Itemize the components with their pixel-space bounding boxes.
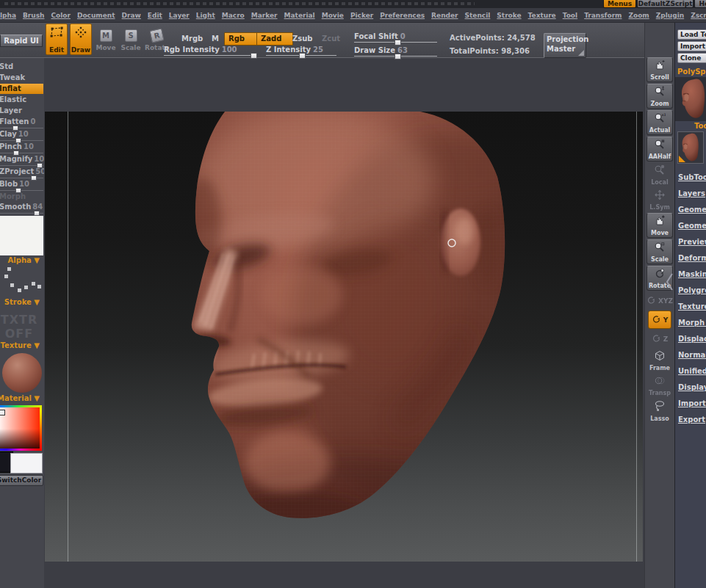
subpalette-masking[interactable]: Masking: [675, 266, 706, 283]
subpalette-unified-skin[interactable]: Unified Skin: [675, 363, 706, 380]
menu-alpha[interactable]: Alpha: [0, 12, 16, 19]
menu-layer[interactable]: Layer: [169, 12, 190, 19]
alpha-preview[interactable]: [0, 216, 43, 255]
mrgb-button[interactable]: Mrgb: [181, 35, 203, 43]
rotate-y-button[interactable]: Y: [648, 311, 671, 329]
scroll-button[interactable]: Scroll: [646, 57, 673, 82]
menu-stroke[interactable]: Stroke: [497, 12, 521, 19]
rgb-intensity-knob[interactable]: [251, 53, 257, 59]
focal-shift-knob[interactable]: [395, 40, 401, 46]
draw-size-slider[interactable]: Draw Size63: [354, 46, 437, 57]
draw-size-knob[interactable]: [395, 54, 401, 59]
blob-knob[interactable]: [15, 188, 21, 193]
move-button[interactable]: M Move: [94, 29, 118, 51]
menu-zscript[interactable]: Zscript: [691, 12, 706, 19]
frame-button[interactable]: Frame: [646, 349, 673, 372]
material-palette-toggle[interactable]: Material ▼: [0, 393, 43, 403]
menu-zplugin[interactable]: Zplugin: [656, 12, 684, 19]
z-intensity-knob[interactable]: [299, 53, 306, 59]
draw-button[interactable]: Draw: [70, 23, 92, 55]
brush-tweak[interactable]: Tweak: [0, 73, 43, 83]
menu-color[interactable]: Color: [51, 12, 71, 19]
stroke-palette-toggle[interactable]: Stroke ▼: [0, 297, 43, 307]
scale-button[interactable]: S Scale: [119, 29, 143, 51]
material-sphere-preview[interactable]: [2, 353, 42, 393]
color-picker-selector[interactable]: [0, 410, 5, 415]
zadd-button[interactable]: Zadd: [256, 32, 293, 46]
subpalette-display-properties[interactable]: Display Properties: [675, 380, 706, 396]
m-button[interactable]: M: [212, 35, 219, 43]
menu-stencil[interactable]: Stencil: [465, 12, 491, 19]
zproject-slider[interactable]: ZProject50: [0, 167, 43, 178]
brush-elastic[interactable]: Elastic: [0, 95, 43, 105]
actual-button[interactable]: x1 Actual: [646, 110, 673, 135]
menu-zoom[interactable]: Zoom: [628, 12, 649, 19]
rapid-ui-button[interactable]: Rapid UI: [0, 35, 43, 47]
smooth-knob[interactable]: [34, 211, 40, 216]
brush-layer[interactable]: Layer: [0, 106, 43, 116]
edit-button[interactable]: Edit: [46, 23, 68, 55]
subpalette-geometry-hd[interactable]: Geometry HD: [675, 218, 706, 234]
alpha-palette-toggle[interactable]: Alpha ▼: [0, 255, 43, 265]
texture-palette-toggle[interactable]: Texture ▼: [0, 341, 43, 350]
menu-movie[interactable]: Movie: [322, 12, 344, 19]
menu-edit[interactable]: Edit: [148, 12, 162, 19]
current-tool-preview[interactable]: [675, 77, 706, 121]
main-color-swatch[interactable]: [10, 453, 43, 473]
blob-slider[interactable]: Blob10: [0, 179, 43, 191]
z-intensity-slider[interactable]: Z Intensity25: [266, 46, 336, 56]
texture-off-preview[interactable]: TXTR OFF: [0, 313, 43, 341]
zsub-button[interactable]: Zsub: [292, 35, 312, 43]
subpalette-subtool[interactable]: SubTool: [675, 170, 706, 186]
menu-picker[interactable]: Picker: [350, 12, 373, 19]
brush-inflat[interactable]: Inflat: [0, 84, 43, 94]
menu-tool[interactable]: Tool: [563, 12, 577, 19]
menu-marker[interactable]: Marker: [251, 12, 278, 19]
menu-macro[interactable]: Macro: [222, 12, 245, 19]
smooth-slider[interactable]: Smooth84: [0, 202, 43, 214]
import-tool-button[interactable]: Import: [677, 41, 706, 51]
defaultzscript-button[interactable]: DefaultZScript: [637, 0, 694, 8]
move-canvas-button[interactable]: Move: [646, 213, 673, 238]
clone-tool-button[interactable]: Clone: [677, 53, 706, 63]
aahalf-button[interactable]: AAHalf: [646, 137, 673, 161]
menu-texture[interactable]: Texture: [528, 12, 556, 19]
color-picker-gradient[interactable]: [0, 407, 40, 449]
tool-inventory-item[interactable]: [677, 131, 704, 164]
help-button[interactable]: Help: [694, 0, 706, 8]
switch-color-button[interactable]: SwitchColor: [0, 475, 43, 486]
menu-brush[interactable]: Brush: [23, 12, 44, 19]
load-tool-button[interactable]: Load Tool: [677, 29, 706, 40]
menu-render[interactable]: Render: [431, 12, 458, 19]
subpalette-texture[interactable]: Texture: [675, 299, 706, 315]
subpalette-layers[interactable]: Layers: [675, 186, 706, 202]
pinch-slider[interactable]: Pinch10: [0, 142, 43, 153]
menu-preferences[interactable]: Preferences: [380, 12, 425, 19]
subpalette-displacement[interactable]: Displacement: [675, 331, 706, 347]
projection-master-button[interactable]: Projection Master: [544, 33, 586, 58]
subpalette-morph-target[interactable]: Morph Target: [675, 315, 706, 331]
stroke-preview[interactable]: [0, 265, 43, 297]
menu-light[interactable]: Light: [196, 12, 215, 19]
magnify-slider[interactable]: Magnify100: [0, 154, 43, 166]
subpalette-polygroups[interactable]: Polygroups: [675, 283, 706, 299]
menu-draw[interactable]: Draw: [122, 12, 141, 19]
focal-shift-slider[interactable]: Focal Shift0: [354, 32, 437, 43]
color-picker[interactable]: [0, 405, 42, 451]
menus-button[interactable]: Menus: [603, 0, 636, 8]
subpalette-normal-map[interactable]: Normal Map: [675, 347, 706, 363]
subpalette-export[interactable]: Export: [675, 412, 706, 428]
zcut-button[interactable]: Zcut: [322, 35, 340, 43]
subpalette-deformation[interactable]: Deformation: [675, 250, 706, 266]
panel-divider-arrow[interactable]: [665, 272, 674, 295]
subpalette-import[interactable]: Import: [675, 396, 706, 412]
lasso-button[interactable]: Lasso: [646, 399, 673, 423]
rgb-button[interactable]: Rgb: [224, 32, 258, 46]
document-viewport[interactable]: [45, 112, 643, 562]
subpalette-geometry[interactable]: Geometry: [675, 202, 706, 218]
menu-material[interactable]: Material: [284, 12, 315, 19]
subpalette-preview[interactable]: Preview: [675, 234, 706, 250]
zoom-button[interactable]: Zoom: [646, 84, 673, 109]
menu-transform[interactable]: Transform: [584, 12, 622, 19]
clay-slider[interactable]: Clay10: [0, 129, 43, 141]
